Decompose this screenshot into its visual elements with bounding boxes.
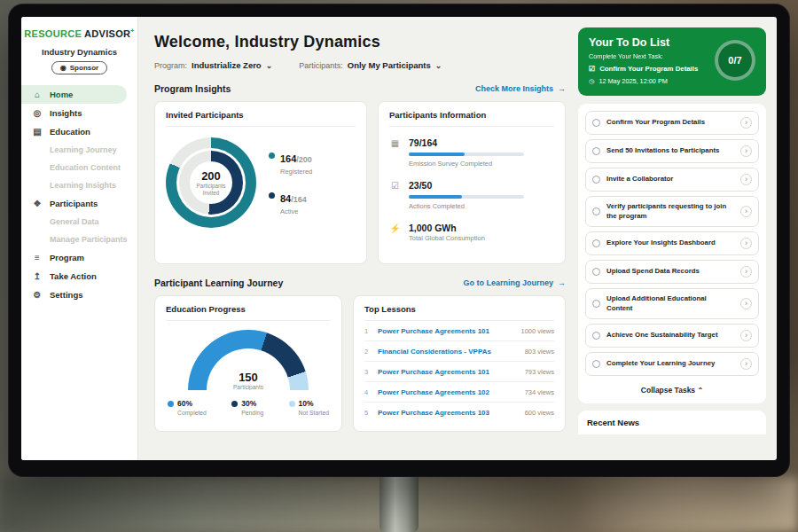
go-to-learning-journey-link[interactable]: Go to Learning Journey → — [463, 278, 566, 287]
check-more-insights-link[interactable]: Check More Insights → — [475, 84, 566, 93]
page-title: Welcome, Industry Dynamics — [154, 33, 566, 51]
consumption-row: ⚡ 1,000 GWh Total Global Consumption — [389, 223, 554, 242]
program-select[interactable]: Industrialize Zero ⌄ — [192, 60, 272, 70]
take-action-icon: ↥ — [32, 271, 43, 281]
chevron-right-icon[interactable]: › — [740, 238, 752, 249]
sponsor-badge[interactable]: ◉ Sponsor — [51, 61, 107, 74]
task-item[interactable]: Explore Your Insights Dashboard › — [585, 231, 759, 255]
legend-label: Pending — [241, 410, 263, 416]
education-center-label: Participants — [188, 384, 309, 390]
chevron-right-icon[interactable]: › — [740, 358, 752, 370]
task-item[interactable]: Upload Additional Educational Content › — [585, 288, 759, 319]
insights-cards-row: Invited Participants 200 Participants In… — [154, 101, 566, 264]
task-item[interactable]: Confirm Your Program Details › — [585, 111, 759, 135]
task-checkbox[interactable] — [592, 119, 600, 127]
todo-next-task[interactable]: ☑ Confirm Your Program Details — [589, 65, 708, 73]
task-item[interactable]: Verify participants requesting to join t… — [585, 196, 759, 227]
sidebar-item-education[interactable]: ▤ Education — [21, 122, 137, 141]
learning-journey-header: Participant Learning Journey Go to Learn… — [154, 278, 566, 288]
education-progress-card: Education Progress 150 Participants — [154, 295, 342, 432]
sidebar-item-program[interactable]: ≡ Program — [21, 248, 137, 267]
task-checkbox[interactable] — [592, 360, 600, 368]
program-icon: ≡ — [32, 253, 43, 262]
emission-survey-row: ▦ 79/164 Emission Survey Completed — [389, 137, 554, 168]
task-checkbox[interactable] — [592, 332, 600, 340]
sponsor-icon: ◉ — [60, 64, 66, 72]
consumption-label: Total Global Consumption — [409, 234, 485, 242]
sidebar-item-participants[interactable]: ❖ Participants — [21, 194, 137, 213]
education-gauge: 150 Participants — [188, 330, 309, 390]
sidebar-item-manage-participants[interactable]: Manage Participants — [21, 231, 137, 248]
sidebar-item-learning-insights[interactable]: Learning Insights — [21, 176, 137, 194]
lesson-link[interactable]: Power Purchase Agreements 103 — [378, 409, 518, 417]
sidebar-item-settings[interactable]: ⚙ Settings — [21, 286, 137, 304]
lesson-views: 1000 views — [520, 327, 554, 335]
sidebar-item-label: Manage Participants — [50, 235, 128, 244]
lesson-link[interactable]: Financial Considerations - VPPAs — [378, 348, 518, 356]
legend-label: Not Started — [299, 410, 329, 416]
task-item[interactable]: Invite a Collaborator › — [585, 168, 759, 192]
chevron-right-icon[interactable]: › — [740, 266, 752, 278]
sidebar-item-general-data[interactable]: General Data — [21, 213, 137, 231]
emission-survey-label: Emission Survey Completed — [409, 160, 524, 168]
chevron-right-icon[interactable]: › — [740, 206, 752, 217]
consumption-value: 1,000 GWh — [409, 223, 485, 233]
recent-news-header[interactable]: Recent News — [578, 411, 766, 434]
legend-value: 10% — [299, 399, 329, 408]
todo-subtitle: Complete Your Next Task: — [589, 52, 708, 60]
clock-icon: ◷ — [589, 77, 594, 85]
lesson-link[interactable]: Power Purchase Agreements 101 — [378, 327, 513, 335]
task-checkbox[interactable] — [592, 239, 600, 247]
settings-icon: ⚙ — [32, 290, 43, 300]
sidebar-item-label: Education — [50, 127, 90, 137]
lesson-link[interactable]: Power Purchase Agreements 102 — [378, 388, 518, 396]
todo-title: Your To Do List — [589, 36, 708, 49]
task-checkbox[interactable] — [592, 268, 600, 276]
sidebar-item-label: Take Action — [50, 271, 97, 281]
sidebar-item-label: Education Content — [50, 163, 121, 172]
invited-donut-chart: 200 Participants Invited — [166, 137, 256, 228]
collapse-tasks-button[interactable]: Collapse Tasks ⌃ — [585, 380, 759, 396]
todo-due-label: 12 May 2025, 12:00 PM — [598, 77, 667, 85]
monitor-stand — [379, 475, 419, 532]
participants-select[interactable]: Only My Participants ⌄ — [348, 60, 442, 70]
task-item[interactable]: Complete Your Learning Journey › — [585, 352, 759, 376]
active-value: 84 — [280, 193, 291, 204]
info-rows: ▦ 79/164 Emission Survey Completed ☑ 23/… — [389, 127, 554, 242]
task-checkbox[interactable] — [592, 207, 600, 215]
chevron-right-icon[interactable]: › — [740, 145, 752, 157]
sidebar-item-label: Participants — [50, 199, 98, 208]
task-checkbox[interactable] — [592, 176, 600, 184]
sidebar-item-home[interactable]: ⌂ Home — [21, 85, 127, 104]
lesson-link[interactable]: Power Purchase Agreements 101 — [378, 368, 518, 376]
education-center-value: 150 — [188, 371, 309, 384]
education-gauge-zone: 150 Participants 60% Completed — [166, 321, 331, 416]
todo-header-card: Your To Do List Complete Your Next Task:… — [578, 27, 766, 96]
lesson-row: 5 Power Purchase Agreements 103 600 view… — [364, 403, 554, 422]
todo-header-left: Your To Do List Complete Your Next Task:… — [589, 36, 708, 85]
lesson-rank: 4 — [364, 388, 371, 396]
lesson-views: 803 views — [525, 348, 554, 356]
sidebar-item-learning-journey[interactable]: Learning Journey — [21, 141, 137, 159]
chevron-right-icon[interactable]: › — [740, 117, 752, 129]
sidebar-item-insights[interactable]: ◎ Insights — [21, 104, 137, 122]
program-insights-heading: Program Insights — [154, 83, 231, 94]
sidebar-item-education-content[interactable]: Education Content — [21, 159, 137, 176]
task-item[interactable]: Achieve One Sustainability Target › — [585, 324, 759, 348]
task-item[interactable]: Upload Spend Data Records › — [585, 260, 759, 284]
checkbox-icon: ☑ — [589, 65, 595, 73]
chevron-right-icon[interactable]: › — [740, 330, 752, 341]
legend-label: Completed — [177, 410, 207, 416]
sidebar-item-label: Settings — [50, 290, 82, 300]
registered-legend-dot — [269, 153, 275, 159]
task-checkbox[interactable] — [592, 147, 600, 155]
journey-cards-row: Education Progress 150 Participants — [154, 295, 566, 432]
chevron-right-icon[interactable]: › — [740, 174, 752, 185]
task-label: Explore Your Insights Dashboard — [606, 239, 734, 248]
chevron-right-icon[interactable]: › — [740, 298, 752, 309]
task-checkbox[interactable] — [592, 300, 600, 308]
sidebar-item-take-action[interactable]: ↥ Take Action — [21, 267, 137, 286]
task-item[interactable]: Send 50 Invitations to Participants › — [585, 139, 759, 163]
todo-panel: Your To Do List Complete Your Next Task:… — [576, 17, 777, 460]
lesson-views: 600 views — [525, 409, 554, 417]
